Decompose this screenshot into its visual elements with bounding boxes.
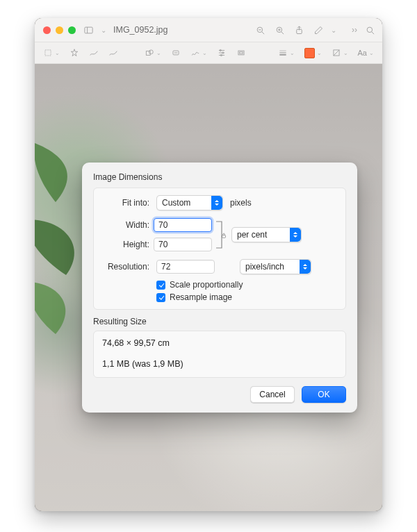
shapes-tool-icon[interactable]: ⌄: [145, 48, 161, 58]
draw-tool-icon[interactable]: [108, 48, 118, 58]
chevron-down-icon[interactable]: ⌄: [101, 26, 106, 34]
stepper-icon: [300, 260, 311, 274]
markup-icon[interactable]: [311, 23, 325, 37]
fit-into-value: Custom: [162, 198, 190, 208]
dimensions-panel: Fit into: Custom pixels Width: 70 Height: [93, 188, 346, 310]
zoom-window-button[interactable]: [68, 26, 76, 34]
window-titlebar: ⌄ IMG_0952.jpg ⌄ ››: [35, 18, 382, 42]
fit-into-label: Fit into:: [102, 198, 154, 208]
fill-color-icon[interactable]: ⌄: [332, 48, 348, 58]
svg-line-6: [281, 32, 284, 34]
resolution-unit-select[interactable]: pixels/inch: [240, 259, 311, 274]
resolution-input[interactable]: 72: [156, 260, 215, 274]
resolution-label: Resolution:: [102, 262, 154, 272]
sketch-tool-icon[interactable]: [89, 48, 99, 58]
selection-tool-icon[interactable]: ⌄: [43, 48, 60, 58]
instant-alpha-icon[interactable]: [70, 48, 79, 58]
text-tool-icon[interactable]: [171, 48, 181, 58]
svg-rect-13: [45, 50, 51, 56]
width-value: 70: [158, 220, 167, 230]
resulting-dimensions: 74,68 × 99,57 cm: [102, 338, 337, 348]
chevron-down-icon[interactable]: ⌄: [331, 26, 336, 34]
traffic-lights: [43, 26, 76, 34]
svg-rect-24: [238, 51, 244, 55]
close-window-button[interactable]: [43, 26, 51, 34]
fit-into-select[interactable]: Custom: [156, 195, 223, 210]
svg-point-11: [367, 27, 373, 33]
zoom-out-icon[interactable]: [253, 23, 267, 37]
overflow-icon[interactable]: ››: [352, 25, 357, 35]
stroke-color-icon[interactable]: ⌄: [304, 48, 322, 58]
resample-image-checkbox[interactable]: [156, 293, 165, 302]
share-icon[interactable]: [292, 23, 306, 37]
scale-proportionally-label: Scale proportionally: [170, 280, 243, 290]
preview-window: ⌄ IMG_0952.jpg ⌄ ›› ⌄: [35, 18, 382, 511]
window-title: IMG_0952.jpg: [113, 25, 168, 35]
line-weight-icon[interactable]: ⌄: [278, 48, 295, 58]
wh-unit-value: per cent: [237, 230, 267, 240]
resample-image-label: Resample image: [170, 292, 232, 302]
svg-line-3: [262, 32, 264, 34]
width-label: Width:: [102, 220, 154, 230]
minimize-window-button[interactable]: [56, 26, 63, 34]
resulting-size-panel: 74,68 × 99,57 cm 1,1 MB (was 1,9 MB): [93, 331, 346, 378]
height-input[interactable]: 70: [154, 238, 212, 251]
resolution-unit-value: pixels/inch: [245, 262, 284, 272]
fit-into-unit: pixels: [226, 198, 337, 208]
text-style-icon[interactable]: Aa⌄: [358, 49, 374, 57]
svg-line-12: [372, 32, 374, 34]
width-input[interactable]: 70: [154, 218, 212, 232]
adjust-color-icon[interactable]: [217, 48, 227, 58]
search-icon[interactable]: [363, 23, 377, 37]
stepper-icon: [290, 228, 301, 242]
cancel-button[interactable]: Cancel: [250, 386, 295, 403]
svg-rect-31: [222, 235, 226, 238]
wh-unit-select[interactable]: per cent: [231, 227, 302, 242]
height-value: 70: [158, 240, 167, 249]
stepper-icon: [211, 196, 222, 210]
sidebar-toggle-icon[interactable]: [81, 23, 95, 37]
svg-point-15: [149, 50, 153, 54]
zoom-in-icon[interactable]: [272, 23, 286, 37]
resulting-size-title: Resulting Size: [93, 317, 346, 326]
dialog-section-title: Image Dimensions: [93, 172, 346, 182]
height-label: Height:: [102, 240, 154, 249]
adjust-size-icon[interactable]: [236, 48, 246, 58]
svg-rect-0: [84, 27, 92, 33]
markup-toolbar: ⌄ ⌄ ⌄: [35, 42, 382, 64]
resolution-value: 72: [161, 262, 170, 272]
ok-button-label: OK: [318, 390, 329, 399]
image-dimensions-dialog: Image Dimensions Fit into: Custom pixels…: [82, 163, 357, 413]
ok-button[interactable]: OK: [302, 386, 346, 403]
resulting-filesize: 1,1 MB (was 1,9 MB): [102, 359, 337, 369]
svg-rect-25: [240, 52, 243, 53]
sign-tool-icon[interactable]: ⌄: [190, 48, 207, 58]
svg-line-30: [333, 50, 338, 56]
scale-proportionally-checkbox[interactable]: [156, 281, 165, 290]
cancel-button-label: Cancel: [259, 390, 285, 399]
aspect-lock-bracket: [215, 217, 229, 252]
